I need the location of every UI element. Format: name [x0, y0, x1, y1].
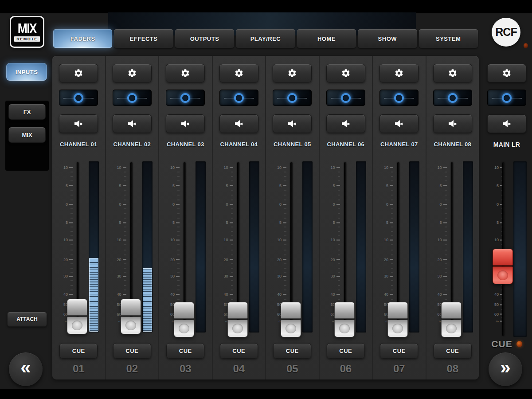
pan-knob[interactable] — [502, 93, 512, 103]
scale-minor-tick — [220, 231, 233, 231]
scale-minor-tick — [327, 289, 340, 290]
channel-pan-slider[interactable] — [219, 90, 258, 106]
channel-settings-button[interactable] — [273, 64, 312, 82]
channel-cue-button[interactable]: CUE — [113, 343, 151, 359]
pan-knob[interactable] — [74, 93, 83, 103]
scale-tick: 5 — [112, 221, 126, 225]
main-settings-button[interactable] — [487, 64, 526, 82]
sidebar-item-fx[interactable]: FX — [8, 104, 46, 120]
channel-cue-button[interactable]: CUE — [273, 343, 311, 359]
channel-cue-button[interactable]: CUE — [327, 343, 365, 359]
channel-settings-button[interactable] — [59, 64, 98, 82]
fader-handle-top — [121, 299, 141, 316]
pan-knob[interactable] — [127, 93, 137, 103]
channel-mute-button[interactable] — [219, 114, 258, 133]
channel-number-label: 01 — [52, 363, 105, 375]
scale-minor-tick — [490, 231, 504, 231]
scale-minor-tick — [220, 250, 233, 250]
scale-minor-tick — [113, 195, 126, 195]
status-led — [524, 43, 528, 48]
scale-tick: 0 — [379, 203, 393, 207]
main-fader-handle[interactable] — [493, 249, 513, 285]
channel-name-label: CHANNEL 02 — [106, 141, 159, 148]
channel-settings-button[interactable] — [379, 64, 419, 82]
main-pan-slider[interactable] — [487, 90, 526, 106]
scale-tick: 10 — [272, 238, 286, 242]
scale-minor-tick — [490, 218, 504, 218]
channel-settings-button[interactable] — [326, 64, 365, 82]
channel-fader-handle[interactable] — [67, 299, 87, 335]
channel-fader-handle[interactable] — [121, 299, 141, 335]
fader-handle-bottom — [493, 266, 513, 284]
channel-name-label: CHANNEL 08 — [426, 141, 479, 148]
tab-play-rec[interactable]: PLAY/REC — [236, 29, 295, 48]
channel-cue-button[interactable]: CUE — [59, 343, 98, 359]
channel-pan-slider[interactable] — [59, 90, 98, 106]
tab-system[interactable]: SYSTEM — [419, 29, 478, 48]
previous-bank-button[interactable]: « — [9, 352, 43, 386]
channel-number-label: 03 — [159, 363, 212, 375]
channel-fader-handle[interactable] — [334, 302, 355, 338]
pan-knob[interactable] — [287, 93, 297, 103]
scale-minor-tick — [380, 272, 393, 272]
channel-fader-handle[interactable] — [441, 302, 462, 338]
main-mute-button[interactable] — [487, 114, 526, 133]
channel-cue-button[interactable]: CUE — [220, 343, 258, 359]
channel-mute-button[interactable] — [59, 114, 98, 133]
channel-cue-button[interactable]: CUE — [434, 343, 472, 359]
channel-mute-button[interactable] — [113, 114, 152, 133]
pan-knob[interactable] — [180, 93, 190, 103]
scale-minor-tick — [113, 227, 126, 227]
channel-mute-button[interactable] — [326, 114, 365, 133]
channel-settings-button[interactable] — [166, 64, 205, 82]
scale-tick: 0 — [58, 203, 73, 207]
scale-minor-tick — [327, 250, 340, 250]
channel-fader-handle[interactable] — [281, 302, 301, 338]
channel-pan-slider[interactable] — [166, 90, 205, 106]
channel-pan-slider[interactable] — [379, 90, 419, 106]
channel-number-label: 02 — [106, 363, 159, 375]
scale-minor-tick — [380, 235, 393, 236]
channel-mute-button[interactable] — [166, 114, 205, 133]
scale-minor-tick — [434, 231, 447, 231]
scale-minor-tick — [273, 231, 286, 231]
sidebar-item-mix[interactable]: MIX — [8, 127, 46, 143]
channel-fader-handle[interactable] — [387, 302, 408, 338]
sidebar-item-inputs[interactable]: INPUTS — [6, 63, 47, 81]
scale-minor-tick — [490, 181, 504, 181]
tab-effects[interactable]: EFFECTS — [114, 29, 173, 48]
scale-tick: 20 — [325, 258, 340, 262]
channel-mute-button[interactable] — [433, 114, 472, 133]
channel-mute-button[interactable] — [273, 114, 312, 133]
pan-knob[interactable] — [394, 93, 404, 103]
channel-pan-slider[interactable] — [113, 90, 152, 106]
channel-pan-slider[interactable] — [433, 90, 472, 106]
tab-home[interactable]: HOME — [297, 29, 356, 48]
next-bank-button[interactable]: » — [489, 352, 522, 386]
channel-fader-handle[interactable] — [227, 302, 248, 338]
scale-minor-tick — [273, 264, 286, 264]
tab-faders[interactable]: FADERS — [53, 29, 112, 48]
channel-fader-handle[interactable] — [174, 302, 194, 338]
scale-minor-tick — [380, 176, 393, 177]
channel-settings-button[interactable] — [219, 64, 258, 82]
channel-settings-button[interactable] — [113, 64, 152, 82]
pan-knob[interactable] — [448, 93, 458, 103]
scale-minor-tick — [434, 268, 447, 268]
pan-knob[interactable] — [341, 93, 351, 103]
pan-knob[interactable] — [234, 93, 244, 103]
tab-outputs[interactable]: OUTPUTS — [175, 29, 234, 48]
channel-pan-slider[interactable] — [273, 90, 312, 106]
scale-minor-tick — [59, 231, 73, 231]
attach-button[interactable]: ATTACH — [7, 312, 47, 327]
channel-fader-area: 10505102030405060∞ — [266, 160, 319, 338]
scale-minor-tick — [166, 264, 180, 264]
channel-pan-slider[interactable] — [326, 90, 365, 106]
tab-show[interactable]: SHOW — [358, 29, 417, 48]
scale-minor-tick — [327, 245, 340, 245]
channel-cue-button[interactable]: CUE — [166, 343, 204, 359]
channel-settings-button[interactable] — [433, 64, 472, 82]
scale-tick: 40 — [219, 293, 233, 297]
channel-cue-button[interactable]: CUE — [380, 343, 418, 359]
channel-mute-button[interactable] — [379, 114, 419, 133]
